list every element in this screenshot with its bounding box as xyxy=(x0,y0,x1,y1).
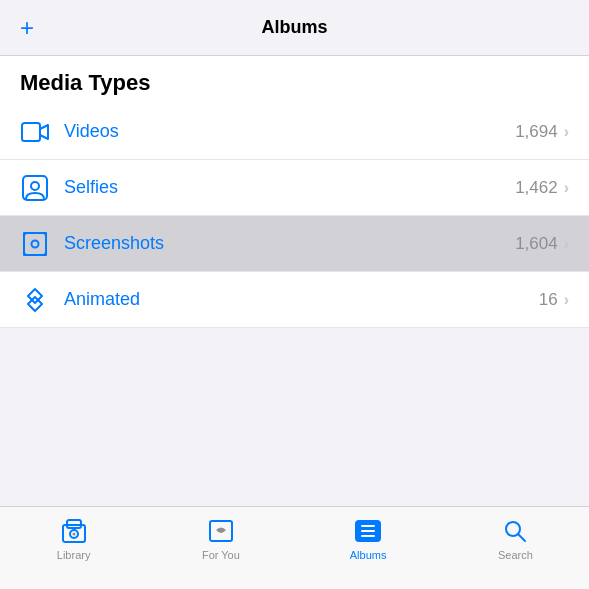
list-item-selfies[interactable]: Selfies 1,462 › xyxy=(0,160,589,216)
for-you-tab-label: For You xyxy=(202,549,240,561)
for-you-icon xyxy=(207,517,235,545)
library-tab-label: Library xyxy=(57,549,91,561)
svg-point-2 xyxy=(31,182,39,190)
selfies-label: Selfies xyxy=(64,177,515,198)
svg-rect-0 xyxy=(22,123,40,141)
videos-chevron: › xyxy=(564,123,569,141)
animated-chevron: › xyxy=(564,291,569,309)
media-types-list: Videos 1,694 › Selfies 1,462 › xyxy=(0,104,589,328)
animated-icon xyxy=(20,285,50,315)
albums-icon xyxy=(354,517,382,545)
nav-bar: + Albums xyxy=(0,0,589,56)
library-icon xyxy=(60,517,88,545)
list-item-videos[interactable]: Videos 1,694 › xyxy=(0,104,589,160)
tab-search[interactable]: Search xyxy=(442,517,589,561)
svg-rect-3 xyxy=(24,233,46,255)
search-tab-label: Search xyxy=(498,549,533,561)
tab-for-you[interactable]: For You xyxy=(147,517,294,561)
list-item-animated[interactable]: Animated 16 › xyxy=(0,272,589,328)
screenshots-chevron: › xyxy=(564,235,569,253)
tab-albums[interactable]: Albums xyxy=(295,517,442,561)
add-button[interactable]: + xyxy=(20,16,34,40)
svg-point-4 xyxy=(32,240,39,247)
videos-count: 1,694 xyxy=(515,122,558,142)
section-header: Media Types xyxy=(0,56,589,104)
selfies-count: 1,462 xyxy=(515,178,558,198)
svg-line-13 xyxy=(518,534,525,541)
search-icon xyxy=(501,517,529,545)
nav-title: Albums xyxy=(261,17,327,38)
selfies-chevron: › xyxy=(564,179,569,197)
tab-library[interactable]: Library xyxy=(0,517,147,561)
screenshots-label: Screenshots xyxy=(64,233,515,254)
videos-label: Videos xyxy=(64,121,515,142)
screenshots-count: 1,604 xyxy=(515,234,558,254)
screenshot-icon xyxy=(20,229,50,259)
selfie-icon xyxy=(20,173,50,203)
animated-count: 16 xyxy=(539,290,558,310)
list-item-screenshots[interactable]: Screenshots 1,604 › xyxy=(0,216,589,272)
albums-tab-label: Albums xyxy=(350,549,387,561)
tab-bar: Library For You Albums xyxy=(0,506,589,589)
animated-label: Animated xyxy=(64,289,539,310)
svg-point-10 xyxy=(72,533,75,536)
video-icon xyxy=(20,117,50,147)
